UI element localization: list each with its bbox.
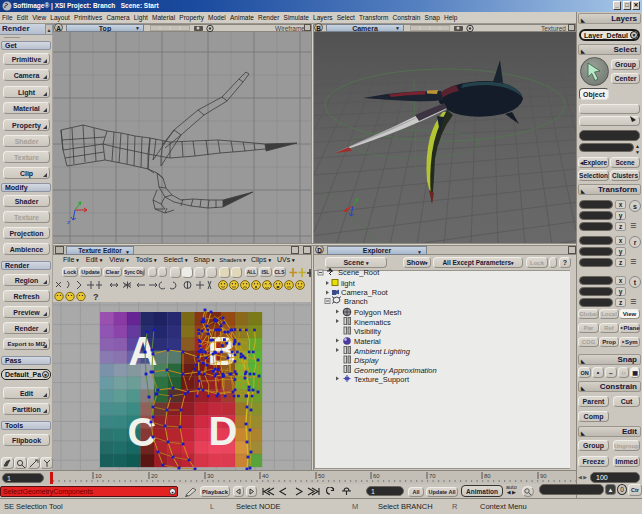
- svg-text:50: 50: [318, 473, 325, 479]
- svg-text:z: z: [67, 219, 70, 225]
- svg-text:10: 10: [95, 473, 102, 479]
- svg-text:90: 90: [540, 473, 547, 479]
- svg-text:Polygon Mesh: Polygon Mesh: [354, 308, 402, 317]
- svg-text:light: light: [341, 279, 356, 288]
- svg-text:Geometry Approximation: Geometry Approximation: [354, 366, 437, 375]
- svg-text:Ambient Lighting: Ambient Lighting: [353, 347, 411, 356]
- svg-text:Texture_Support: Texture_Support: [354, 375, 410, 384]
- svg-text:Branch: Branch: [344, 297, 368, 306]
- svg-text:30: 30: [207, 473, 214, 479]
- svg-text:70: 70: [429, 473, 436, 479]
- svg-text:60: 60: [373, 473, 380, 479]
- svg-text:Material: Material: [354, 337, 381, 346]
- svg-text:80: 80: [484, 473, 491, 479]
- svg-text:Camera_Root: Camera_Root: [341, 288, 389, 297]
- svg-text:Scene_Root: Scene_Root: [338, 268, 380, 277]
- svg-text:Display: Display: [354, 356, 380, 365]
- svg-text:D: D: [209, 409, 238, 453]
- svg-text:Visibility: Visibility: [354, 327, 381, 336]
- svg-text:Kinematics: Kinematics: [354, 318, 391, 327]
- svg-text:40: 40: [262, 473, 269, 479]
- svg-text:?: ?: [93, 292, 99, 302]
- svg-text:20: 20: [151, 473, 158, 479]
